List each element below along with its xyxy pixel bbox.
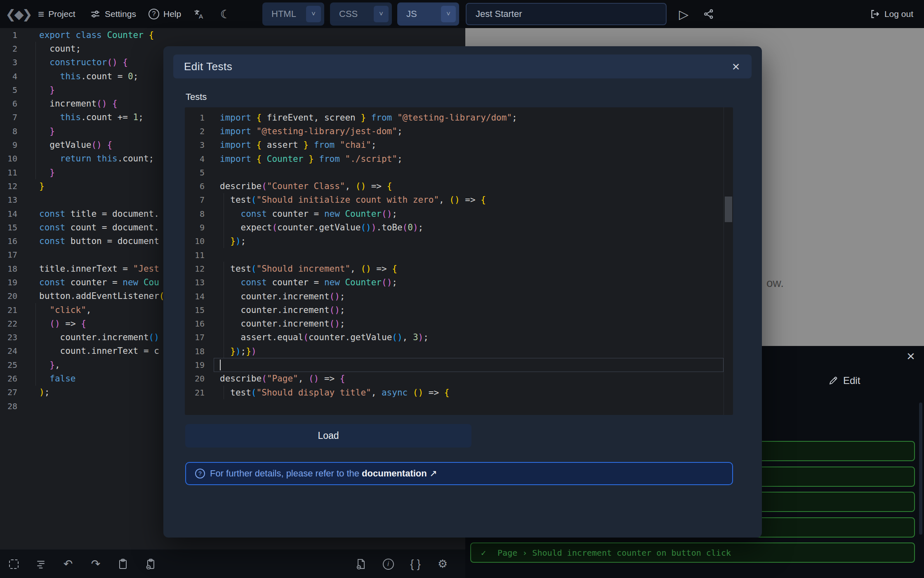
code-line[interactable]: 14 counter.increment(); (185, 289, 733, 303)
code-line[interactable]: 5 (185, 166, 733, 179)
line-number: 4 (185, 154, 214, 164)
line-code: const counter = new Counter(); (214, 207, 724, 220)
tests-code-editor[interactable]: 1import { fireEvent, screen } from "@tes… (185, 107, 733, 415)
line-number: 16 (0, 236, 26, 246)
line-number: 15 (185, 305, 214, 315)
run-button[interactable]: ▷ (679, 0, 688, 28)
line-code: });}) (214, 344, 724, 358)
line-number: 2 (0, 44, 26, 54)
menu-settings[interactable]: Settings (90, 0, 136, 28)
code-line[interactable]: 12 test("Should increment", () => { (185, 262, 733, 275)
translate-button[interactable]: A (193, 0, 205, 28)
code-line[interactable]: 1import { fireEvent, screen } from "@tes… (185, 111, 733, 124)
hamburger-icon: ≡ (38, 8, 44, 21)
preview-text-fragment: ow. (766, 277, 784, 290)
clipboard-minus-icon[interactable] (142, 555, 159, 573)
theme-toggle[interactable]: ☾ (220, 0, 231, 28)
code-line[interactable]: 20describe("Page", () => { (185, 372, 733, 386)
indent-icon[interactable] (32, 555, 50, 573)
css-select[interactable]: CSS ˅ (330, 2, 392, 26)
code-line[interactable]: 8 const counter = new Counter(); (185, 207, 733, 220)
line-code: const counter = new Counter(); (214, 276, 724, 289)
code-line[interactable]: 15 counter.increment(); (185, 303, 733, 317)
documentation-link[interactable]: documentation (362, 468, 427, 479)
code-line[interactable]: 9 expect(counter.getValue()).toBe(0); (185, 220, 733, 234)
line-number: 20 (185, 374, 214, 384)
line-code: counter.increment(); (214, 317, 724, 330)
code-line[interactable]: 21 test("Should display title", async ()… (185, 386, 733, 399)
line-number: 11 (185, 250, 214, 260)
modal-title: Edit Tests (184, 60, 232, 73)
line-number: 7 (0, 112, 26, 122)
line-code (214, 248, 724, 262)
line-code: counter.increment(); (214, 289, 724, 303)
code-line[interactable]: 7 test("Should initialize count with zer… (185, 193, 733, 207)
edit-tests-button[interactable]: Edit (828, 375, 860, 386)
line-code: describe("Page", () => { (214, 372, 724, 386)
code-line[interactable]: 1export class Counter { (0, 28, 465, 42)
selection-icon[interactable] (5, 555, 22, 573)
close-icon[interactable]: × (728, 58, 744, 75)
load-button[interactable]: Load (185, 424, 471, 448)
js-select[interactable]: JS ˅ (397, 2, 459, 26)
chevron-down-icon[interactable]: ˅ (441, 6, 456, 22)
line-number: 3 (185, 140, 214, 150)
results-scrollbar[interactable] (919, 403, 922, 535)
code-line[interactable]: 17 assert.equal(counter.getValue(), 3); (185, 331, 733, 344)
line-code: counter.increment(); (214, 303, 724, 317)
html-select[interactable]: HTML ˅ (262, 2, 324, 26)
test-result-row[interactable]: ✓Page › Should increment counter on butt… (470, 542, 915, 563)
redo-icon[interactable]: ↷ (87, 555, 104, 573)
check-icon: ✓ (481, 548, 486, 558)
svg-text:A: A (199, 13, 203, 20)
banner-text: For further details, please refer to the… (210, 468, 437, 479)
translate-icon: A (193, 8, 205, 20)
info-icon[interactable]: i (380, 555, 397, 573)
line-number: 2 (185, 126, 214, 136)
code-line[interactable]: 16 counter.increment(); (185, 317, 733, 330)
line-number: 1 (185, 113, 214, 123)
line-number: 13 (0, 195, 26, 205)
menu-help[interactable]: ? Help (148, 0, 181, 28)
line-number: 3 (0, 57, 26, 67)
line-code: import { fireEvent, screen } from "@test… (214, 111, 724, 124)
menu-settings-label: Settings (105, 9, 136, 19)
logout-button[interactable]: Log out (870, 0, 913, 28)
line-number: 9 (0, 140, 26, 150)
chevron-down-icon[interactable]: ˅ (306, 6, 321, 22)
line-code: import { Counter } from "./script"; (214, 152, 724, 166)
clipboard-icon[interactable] (114, 555, 132, 573)
logout-icon (870, 9, 880, 19)
share-button[interactable] (703, 0, 714, 28)
line-number: 24 (0, 346, 26, 356)
code-line[interactable]: 10 }); (185, 235, 733, 248)
code-line[interactable]: 3import { assert } from "chai"; (185, 138, 733, 152)
code-line[interactable]: 2import "@testing-library/jest-dom"; (185, 124, 733, 138)
line-number: 10 (0, 154, 26, 163)
chevron-down-icon[interactable]: ˅ (374, 6, 389, 22)
line-number: 18 (185, 346, 214, 356)
help-icon: ? (195, 469, 205, 479)
project-title-input[interactable] (466, 3, 667, 25)
code-line[interactable]: 11 (185, 248, 733, 262)
app-logo-icon[interactable]: ❮◆❯ (7, 6, 30, 22)
file-minus-icon[interactable] (352, 555, 370, 573)
code-line[interactable]: 13 const counter = new Counter(); (185, 276, 733, 289)
code-line[interactable]: 18 });}) (185, 344, 733, 358)
line-number: 20 (0, 291, 26, 301)
close-icon[interactable]: × (902, 347, 920, 365)
line-code (214, 166, 724, 179)
braces-icon[interactable]: { } (407, 555, 424, 573)
line-number: 14 (0, 209, 26, 219)
code-line[interactable]: 6describe("Counter Class", () => { (185, 179, 733, 193)
code-line[interactable]: 4import { Counter } from "./script"; (185, 152, 733, 166)
code-line[interactable]: 19 (185, 358, 733, 372)
menu-project[interactable]: ≡ Project (38, 0, 75, 28)
gear-icon[interactable]: ⚙ (434, 555, 451, 573)
line-number: 9 (185, 223, 214, 232)
line-code: export class Counter { (26, 28, 465, 42)
js-select-label: JS (406, 9, 417, 19)
undo-icon[interactable]: ↶ (59, 555, 77, 573)
line-number: 16 (185, 319, 214, 329)
line-code: expect(counter.getValue()).toBe(0); (214, 220, 724, 234)
